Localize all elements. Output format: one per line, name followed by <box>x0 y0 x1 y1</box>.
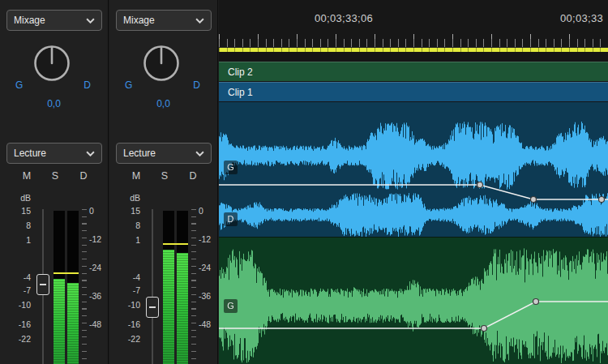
peak-indicator <box>163 243 188 245</box>
volume-envelope[interactable] <box>219 102 608 237</box>
meter-fill <box>177 253 188 364</box>
meter-fill <box>163 250 174 364</box>
scale-label: -12 <box>199 234 211 244</box>
scale-label: -48 <box>89 319 101 329</box>
meter-ticks <box>191 209 196 364</box>
fader-handle[interactable] <box>146 297 159 318</box>
scale-label: 15 <box>21 206 31 216</box>
pan-right-label: D <box>193 79 200 91</box>
channel-toggle-buttons: M S D <box>19 170 91 182</box>
pan-value: 0,0 <box>0 98 108 109</box>
clip2-label: Clip 2 <box>228 66 253 78</box>
scale-label: -7 <box>133 285 140 295</box>
scale-label: 0 <box>89 206 94 216</box>
scale-label: -16 <box>19 319 31 329</box>
pan-right-label: D <box>83 79 91 91</box>
pan-value: 0,0 <box>109 98 217 109</box>
volume-envelope-line[interactable] <box>219 302 608 328</box>
pan-left-label: G <box>125 79 132 91</box>
envelope-keyframe[interactable] <box>599 197 605 203</box>
mode-dropdown-label: Lecture <box>14 148 46 159</box>
preset-dropdown[interactable]: Mixage <box>6 10 102 31</box>
fader-handle[interactable] <box>36 274 49 295</box>
preset-dropdown-label: Mixage <box>14 15 45 26</box>
volume-envelope[interactable] <box>219 238 608 364</box>
scale-label: 1 <box>135 235 140 245</box>
solo-button[interactable]: S <box>48 170 62 182</box>
pan-knob[interactable] <box>31 42 73 84</box>
scale-label: -10 <box>19 300 31 310</box>
scale-label: 8 <box>135 221 140 230</box>
clip1-label: Clip 1 <box>228 87 253 98</box>
chevron-down-icon <box>195 18 204 24</box>
pan-knob[interactable] <box>140 42 182 84</box>
meter-bar-right <box>67 211 79 364</box>
scale-label: -48 <box>199 319 211 329</box>
level-meter <box>54 193 79 364</box>
ruler-minor-ticks <box>219 39 608 47</box>
mode-dropdown[interactable]: Lecture <box>116 143 212 164</box>
envelope-keyframe[interactable] <box>482 326 487 332</box>
solo-button[interactable]: S <box>157 170 172 182</box>
meter-area: dB 1581-4-7-10-16-22 0-12-24-36-48 <box>109 193 218 364</box>
clip-header-clip2[interactable]: Clip 2 <box>219 62 608 81</box>
scale-label: -10 <box>128 300 140 310</box>
direct-button[interactable]: D <box>186 170 200 182</box>
envelope-keyframe[interactable] <box>533 299 539 305</box>
direct-button[interactable]: D <box>76 170 91 182</box>
clip1-waveform-track[interactable]: G D <box>219 102 608 237</box>
peak-indicator <box>54 272 79 274</box>
scale-label: -36 <box>89 291 101 301</box>
scale-label: -12 <box>89 234 101 244</box>
preset-dropdown-label: Mixage <box>123 15 155 26</box>
mixer-panel: Mixage G D 0,0 Lecture M S D dB 1581-4-7… <box>0 0 219 364</box>
scale-label: 1 <box>26 235 31 245</box>
volume-fader[interactable] <box>145 193 160 364</box>
mode-dropdown[interactable]: Lecture <box>6 143 102 164</box>
scale-label: 8 <box>26 221 31 230</box>
chevron-down-icon <box>195 151 204 156</box>
scale-label: -22 <box>128 334 140 344</box>
envelope-keyframe[interactable] <box>477 182 483 188</box>
level-meter <box>163 193 188 364</box>
clip2-waveform-track[interactable]: G <box>219 237 608 364</box>
scale-label: -22 <box>19 334 31 344</box>
meter-bar-right <box>177 211 188 364</box>
meter-scale: 0-12-24-36-48 <box>89 193 109 364</box>
meter-area: dB 1581-4-7-10-16-22 0-12-24-36-48 <box>0 193 109 364</box>
meter-bar-left <box>54 211 65 364</box>
channel-toggle-buttons: M S D <box>129 170 200 182</box>
channel-strip-1: Mixage G D 0,0 Lecture M S D dB 1581-4-7… <box>0 0 109 364</box>
meter-bar-left <box>163 211 174 364</box>
scale-label: -24 <box>89 263 101 272</box>
scale-label: 15 <box>131 206 140 216</box>
meter-ticks <box>82 209 87 364</box>
scale-label: -7 <box>24 285 31 295</box>
scale-label: -36 <box>199 291 211 301</box>
mute-button[interactable]: M <box>129 170 143 182</box>
volume-envelope-line[interactable] <box>219 185 608 199</box>
pan-left-label: G <box>15 79 23 91</box>
meter-fill <box>54 279 65 364</box>
mode-dropdown-label: Lecture <box>123 148 156 159</box>
scale-label: -4 <box>133 272 140 282</box>
envelope-keyframe[interactable] <box>531 197 537 203</box>
mute-button[interactable]: M <box>19 170 34 182</box>
timeline-panel: 00;03;33;06 00;03;33 Clip 2 Clip 1 G D G <box>219 0 608 364</box>
fader-track <box>152 209 153 364</box>
clip-header-clip1[interactable]: Clip 1 <box>219 82 608 101</box>
preset-dropdown[interactable]: Mixage <box>116 10 212 31</box>
scale-label: 0 <box>199 206 203 216</box>
fader-scale: 1581-4-7-10-16-22 <box>0 193 31 364</box>
chevron-down-icon <box>86 18 95 24</box>
timecode-label: 00;03;33;06 <box>315 12 373 24</box>
scale-label: -4 <box>24 272 31 282</box>
timeline-ruler[interactable]: 00;03;33;06 00;03;33 <box>219 0 608 47</box>
scale-label: -16 <box>128 319 140 329</box>
zoom-range-bar[interactable] <box>219 47 608 52</box>
volume-fader[interactable] <box>36 193 50 364</box>
scale-label: -24 <box>199 263 211 272</box>
timecode-label-right: 00;03;33 <box>560 12 603 24</box>
meter-scale: 0-12-24-36-48 <box>199 193 218 364</box>
chevron-down-icon <box>86 151 95 156</box>
